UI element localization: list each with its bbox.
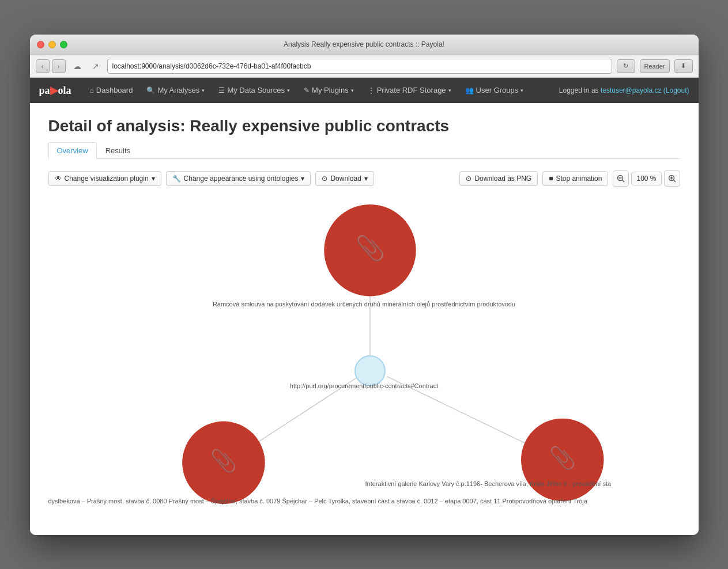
caret-icon-pl: ▾ — [351, 88, 354, 93]
nav-item-user-groups[interactable]: 👥 User Groups ▾ — [458, 78, 531, 103]
datasources-icon: ☰ — [218, 86, 225, 94]
nav-dashboard-label: Dashboard — [96, 86, 133, 94]
svg-line-4 — [673, 180, 676, 182]
nav-rdf-label: Private RDF Storage — [377, 86, 446, 94]
download-circle-icon: ⊙ — [322, 175, 327, 183]
nav-usergroups-label: User Groups — [476, 86, 519, 94]
caret-app: ▾ — [301, 175, 304, 183]
tabs: Overview Results — [48, 142, 680, 159]
logo: pa▶ola — [39, 84, 71, 97]
download-png-button[interactable]: ⊙ Download as PNG — [459, 171, 538, 186]
bottom-text-row1: dyslbekova – Prašný most, stavba č. 0080… — [48, 498, 680, 504]
download-button[interactable]: ⊙ Download ▾ — [315, 171, 374, 186]
download-png-icon: ⊙ — [466, 175, 471, 183]
zoom-area: 100 % — [613, 170, 680, 187]
caret-icon-ds: ▾ — [287, 88, 290, 93]
change-viz-button[interactable]: 👁 Change visualization plugin ▾ — [48, 171, 161, 186]
nav-bar: pa▶ola ⌂ Dashboard 🔍 My Analyses ▾ ☰ My … — [30, 78, 699, 103]
nav-analyses-label: My Analyses — [157, 86, 199, 94]
zoom-out-button[interactable] — [613, 170, 629, 187]
user-email-link[interactable]: testuser@payola.cz — [601, 86, 662, 94]
nav-item-dashboard[interactable]: ⌂ Dashboard — [83, 78, 140, 103]
logged-in-text: Logged in as — [559, 86, 601, 94]
zoom-in-button[interactable] — [664, 170, 680, 187]
zoom-level: 100 % — [631, 172, 661, 185]
zoom-out-icon — [617, 175, 625, 183]
close-button[interactable] — [37, 41, 44, 48]
minimize-button[interactable] — [48, 41, 56, 48]
svg-line-1 — [623, 180, 625, 182]
toolbar: 👁 Change visualization plugin ▾ 🔧 Change… — [48, 170, 680, 187]
share-icon[interactable]: ↗ — [89, 59, 103, 73]
browser-window: Analysis Really expensive public contrac… — [30, 35, 699, 535]
change-viz-label: Change visualization plugin — [65, 175, 149, 183]
stop-animation-button[interactable]: ■ Stop animation — [542, 171, 608, 186]
change-appearance-button[interactable]: 🔧 Change appearance using ontologies ▾ — [166, 171, 311, 186]
users-icon: 👥 — [465, 86, 474, 94]
svg-text:📎: 📎 — [354, 233, 385, 262]
window-title: Analysis Really expensive public contrac… — [284, 40, 444, 48]
nav-item-my-data-sources[interactable]: ☰ My Data Sources ▾ — [212, 78, 297, 103]
nav-datasources-label: My Data Sources — [227, 86, 285, 94]
forward-button[interactable]: › — [52, 59, 66, 73]
caret-icon-rdf: ▾ — [448, 88, 451, 93]
center-node[interactable] — [355, 356, 385, 386]
download-browser-button[interactable]: ⬇ — [674, 59, 693, 73]
change-appearance-label: Change appearance using ontologies — [184, 175, 299, 183]
zoom-in-icon — [668, 175, 676, 183]
plugins-icon: ✎ — [304, 86, 310, 94]
home-icon: ⌂ — [90, 86, 94, 94]
download-label: Download — [330, 175, 361, 183]
graph-svg: 📎 📎 📎 — [48, 198, 680, 521]
top-node-label: Rámcová smlouva na poskytování dodávek u… — [163, 301, 566, 308]
nav-buttons: ‹ › — [36, 59, 66, 73]
tab-overview[interactable]: Overview — [48, 142, 97, 159]
visualization-area: 📎 📎 📎 Rámcová smlouva na poskytování dod… — [48, 198, 680, 521]
page-title: Detail of analysis: Really expensive pub… — [48, 117, 680, 135]
stop-animation-label: Stop animation — [556, 175, 602, 183]
nav-plugins-label: My Plugins — [312, 86, 349, 94]
logout-link[interactable]: (Logout) — [663, 86, 689, 94]
back-button[interactable]: ‹ — [36, 59, 50, 73]
nav-item-my-plugins[interactable]: ✎ My Plugins ▾ — [297, 78, 361, 103]
caret-icon: ▾ — [202, 88, 205, 93]
search-icon: 🔍 — [146, 86, 155, 94]
eye-icon: 👁 — [55, 175, 62, 183]
traffic-lights — [37, 41, 67, 48]
title-bar: Analysis Really expensive public contrac… — [30, 35, 699, 55]
maximize-button[interactable] — [60, 41, 67, 48]
center-node-label: http://purl.org/procurement/public-contr… — [220, 382, 508, 389]
nav-item-my-analyses[interactable]: 🔍 My Analyses ▾ — [139, 78, 212, 103]
caret-icon-ug: ▾ — [520, 88, 523, 93]
bottom-right-label: Interaktivní galerie Karlovy Vary č.p.11… — [365, 480, 612, 487]
main-content: Detail of analysis: Really expensive pub… — [30, 103, 699, 535]
svg-text:📎: 📎 — [210, 447, 237, 474]
nav-item-private-rdf[interactable]: ⋮ Private RDF Storage ▾ — [361, 78, 458, 103]
svg-text:📎: 📎 — [549, 445, 576, 471]
refresh-button[interactable]: ↻ — [617, 59, 635, 73]
stop-icon: ■ — [549, 175, 553, 183]
address-bar-row: ‹ › ☁ ↗ ↻ Reader ⬇ — [30, 55, 699, 78]
cloud-icon[interactable]: ☁ — [70, 59, 84, 73]
download-png-label: Download as PNG — [474, 175, 531, 183]
nav-user-info: Logged in as testuser@payola.cz (Logout) — [559, 86, 689, 94]
address-input[interactable] — [107, 59, 612, 74]
reader-button[interactable]: Reader — [640, 59, 670, 73]
caret-viz: ▾ — [152, 175, 155, 183]
tab-results[interactable]: Results — [97, 142, 139, 159]
rdf-icon: ⋮ — [368, 86, 375, 94]
caret-dl: ▾ — [364, 175, 368, 183]
wrench-icon: 🔧 — [172, 175, 181, 183]
